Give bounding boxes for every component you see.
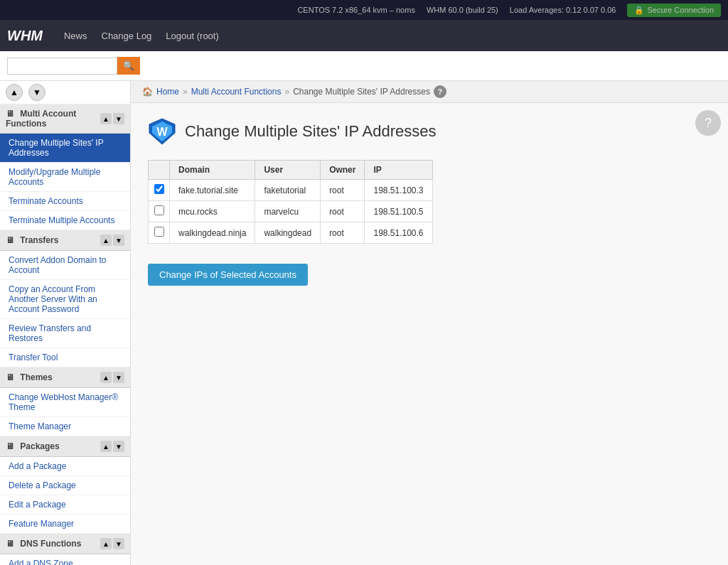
sidebar-section-themes[interactable]: 🖥 Themes ▲ ▼ xyxy=(0,367,130,388)
navbar: WHM News Change Log Logout (root) xyxy=(0,20,728,51)
row-1-ip: 198.51.100.5 xyxy=(365,201,432,222)
breadcrumb-home-icon: 🏠 xyxy=(142,87,153,97)
sidebar-item-delete-package[interactable]: Delete a Package xyxy=(0,476,130,495)
search-bar: 🔍 xyxy=(0,51,728,81)
sidebar-item-copy-account[interactable]: Copy an Account From Another Server With… xyxy=(0,280,130,319)
dns-icon: 🖥 xyxy=(6,539,14,549)
row-1-checkbox[interactable] xyxy=(154,205,164,215)
accounts-table: Domain User Owner IP fake.tutorial.sitef… xyxy=(148,160,433,244)
sidebar-item-add-dns-zone[interactable]: Add a DNS Zone xyxy=(0,554,130,565)
row-1-user: marvelcu xyxy=(255,201,321,222)
themes-collapse-btn[interactable]: ▲ xyxy=(100,372,112,383)
secure-connection-badge: 🔒 Secure Connection xyxy=(627,4,721,17)
row-2-ip: 198.51.100.6 xyxy=(365,222,432,244)
sidebar-section-themes-label: Themes xyxy=(20,372,52,382)
row-0-owner: root xyxy=(321,180,365,201)
nav-logout[interactable]: Logout (root) xyxy=(166,31,218,41)
col-checkbox xyxy=(149,161,170,180)
sidebar-item-terminate-multiple-accounts[interactable]: Terminate Multiple Accounts xyxy=(0,211,130,230)
section-collapse-btn[interactable]: ▲ xyxy=(100,113,112,124)
row-checkbox-cell xyxy=(149,222,170,244)
table-header-row: Domain User Owner IP xyxy=(149,161,433,180)
lock-icon: 🔒 xyxy=(634,6,644,15)
search-button[interactable]: 🔍 xyxy=(117,57,140,75)
sidebar-section-packages[interactable]: 🖥 Packages ▲ ▼ xyxy=(0,436,130,457)
col-ip: IP xyxy=(365,161,432,180)
row-0-ip: 198.51.100.3 xyxy=(365,180,432,201)
main-content: 🏠 Home » Multi Account Functions » Chang… xyxy=(131,81,728,565)
sidebar-item-edit-package[interactable]: Edit a Package xyxy=(0,495,130,515)
row-0-checkbox[interactable] xyxy=(154,184,164,194)
sidebar-item-transfer-tool[interactable]: Transfer Tool xyxy=(0,348,130,367)
sidebar-item-add-package[interactable]: Add a Package xyxy=(0,457,130,476)
nav-news[interactable]: News xyxy=(64,31,87,41)
sidebar-section-multi-account-label: Multi Account Functions xyxy=(6,109,76,129)
breadcrumb-current: Change Multiple Sites' IP Addresses xyxy=(293,87,430,97)
nav-changelog[interactable]: Change Log xyxy=(102,31,152,41)
dns-collapse-btn[interactable]: ▲ xyxy=(100,538,112,549)
row-2-checkbox[interactable] xyxy=(154,227,164,237)
top-bar: CENTOS 7.2 x86_64 kvm – noms WHM 60.0 (b… xyxy=(0,0,728,20)
table-row: fake.tutorial.sitefaketutorialroot198.51… xyxy=(149,180,433,201)
sidebar-section-transfers[interactable]: 🖥 Transfers ▲ ▼ xyxy=(0,230,130,251)
row-2-owner: root xyxy=(321,222,365,244)
svg-text:W: W xyxy=(156,126,168,138)
page-help-icon[interactable]: ? xyxy=(695,110,721,136)
sidebar: ▲ ▼ 🖥 Multi Account Functions ▲ ▼ Change… xyxy=(0,81,131,565)
row-0-user: faketutorial xyxy=(255,180,321,201)
sidebar-item-convert-addon[interactable]: Convert Addon Domain to Account xyxy=(0,251,130,280)
sidebar-item-modify-upgrade-multiple[interactable]: Modify/Upgrade Multiple Accounts xyxy=(0,163,130,192)
sidebar-item-review-transfers[interactable]: Review Transfers and Restores xyxy=(0,319,130,348)
sidebar-section-multi-account[interactable]: 🖥 Multi Account Functions ▲ ▼ xyxy=(0,104,130,134)
load-averages: Load Averages: 0.12 0.07 0.06 xyxy=(510,6,616,14)
change-ips-btn-container: Change IPs of Selected Accounts xyxy=(148,254,711,286)
sidebar-section-dns-functions[interactable]: 🖥 DNS Functions ▲ ▼ xyxy=(0,534,130,554)
whm-logo: WHM xyxy=(7,28,43,44)
sidebar-item-theme-manager[interactable]: Theme Manager xyxy=(0,417,130,436)
col-domain: Domain xyxy=(170,161,255,180)
change-ips-button[interactable]: Change IPs of Selected Accounts xyxy=(148,264,308,286)
page-shield-icon: W xyxy=(148,117,176,146)
multi-account-icon: 🖥 xyxy=(6,109,14,119)
page-title: Change Multiple Sites' IP Addresses xyxy=(185,122,437,141)
themes-icon: 🖥 xyxy=(6,372,14,382)
transfers-icon: 🖥 xyxy=(6,235,14,245)
col-user: User xyxy=(255,161,321,180)
sidebar-item-terminate-accounts[interactable]: Terminate Accounts xyxy=(0,192,130,211)
sidebar-section-dns-label: DNS Functions xyxy=(20,539,81,549)
layout: ▲ ▼ 🖥 Multi Account Functions ▲ ▼ Change… xyxy=(0,81,728,565)
transfers-collapse-btn[interactable]: ▲ xyxy=(100,235,112,246)
table-row: mcu.rocksmarvelcuroot198.51.100.5 xyxy=(149,201,433,222)
packages-collapse-btn[interactable]: ▲ xyxy=(100,441,112,452)
sidebar-item-change-multiple-sites-ip[interactable]: Change Multiple Sites' IP Addresses xyxy=(0,134,130,163)
breadcrumb-section-link[interactable]: Multi Account Functions xyxy=(191,87,282,97)
row-1-domain: mcu.rocks xyxy=(170,201,255,222)
server-info: CENTOS 7.2 x86_64 kvm – noms xyxy=(297,6,414,14)
sidebar-section-packages-label: Packages xyxy=(20,441,59,451)
sidebar-item-feature-manager[interactable]: Feature Manager xyxy=(0,515,130,534)
page-content: ? W Change Multiple Sites' IP Addresses … xyxy=(131,103,728,300)
row-checkbox-cell xyxy=(149,201,170,222)
transfers-expand-btn[interactable]: ▼ xyxy=(113,235,124,246)
accounts-tbody: fake.tutorial.sitefaketutorialroot198.51… xyxy=(149,180,433,244)
table-row: walkingdead.ninjawalkingdeadroot198.51.1… xyxy=(149,222,433,244)
row-1-owner: root xyxy=(321,201,365,222)
sidebar-item-change-webhost-theme[interactable]: Change WebHost Manager® Theme xyxy=(0,388,130,417)
packages-expand-btn[interactable]: ▼ xyxy=(113,441,124,452)
packages-icon: 🖥 xyxy=(6,441,14,451)
sidebar-down-arrow[interactable]: ▼ xyxy=(28,84,46,101)
themes-expand-btn[interactable]: ▼ xyxy=(113,372,124,383)
col-owner: Owner xyxy=(321,161,365,180)
section-expand-btn[interactable]: ▼ xyxy=(113,113,124,124)
breadcrumb-help-icon[interactable]: ? xyxy=(434,85,446,98)
sidebar-up-arrow[interactable]: ▲ xyxy=(6,84,23,101)
dns-expand-btn[interactable]: ▼ xyxy=(113,538,124,549)
breadcrumb-home-link[interactable]: Home xyxy=(156,87,179,97)
search-input[interactable] xyxy=(7,58,117,75)
row-checkbox-cell xyxy=(149,180,170,201)
sidebar-section-transfers-label: Transfers xyxy=(20,235,58,245)
breadcrumb: 🏠 Home » Multi Account Functions » Chang… xyxy=(131,81,728,103)
sidebar-nav-arrows: ▲ ▼ xyxy=(0,81,130,104)
row-2-domain: walkingdead.ninja xyxy=(170,222,255,244)
row-2-user: walkingdead xyxy=(255,222,321,244)
